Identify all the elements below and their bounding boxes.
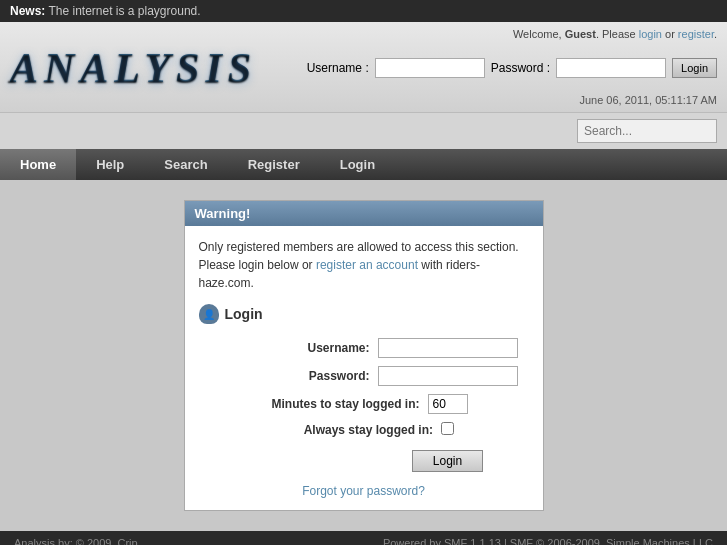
register-link[interactable]: register bbox=[678, 28, 714, 40]
login-section-header: 👤 Login bbox=[199, 304, 529, 324]
footer: Analysis by: © 2009, Crip Powered by SMF… bbox=[0, 531, 727, 545]
nav-item-search[interactable]: Search bbox=[144, 149, 227, 180]
password-row: Password: bbox=[199, 366, 529, 386]
news-text: The internet is a playground. bbox=[48, 4, 200, 18]
news-bar: News: The internet is a playground. bbox=[0, 0, 727, 22]
nav-item-help[interactable]: Help bbox=[76, 149, 144, 180]
always-logged-checkbox[interactable] bbox=[441, 422, 454, 435]
username-row: Username: bbox=[199, 338, 529, 358]
search-input[interactable] bbox=[577, 119, 717, 143]
always-logged-label: Always stay logged in: bbox=[273, 423, 433, 437]
user-icon: 👤 bbox=[199, 304, 219, 324]
minutes-input[interactable] bbox=[428, 394, 468, 414]
login-form-main: Username: Password: Minutes to stay logg… bbox=[199, 338, 529, 498]
password-input[interactable] bbox=[378, 366, 518, 386]
main-content: Warning! Only registered members are all… bbox=[0, 180, 727, 531]
password-input-wrap bbox=[378, 366, 518, 386]
site-logo: ANALYSIS bbox=[10, 44, 257, 92]
header-top: Welcome, Guest. Please login or register… bbox=[10, 28, 717, 40]
login-button-row: Login bbox=[199, 446, 529, 472]
header-username-label: Username : bbox=[307, 61, 369, 75]
forgot-password-link[interactable]: Forgot your password? bbox=[302, 484, 425, 498]
warning-header: Warning! bbox=[185, 201, 543, 226]
header-date: June 06, 2011, 05:11:17 AM bbox=[10, 94, 717, 106]
nav-item-login[interactable]: Login bbox=[320, 149, 395, 180]
nav-item-register[interactable]: Register bbox=[228, 149, 320, 180]
welcome-user: Guest bbox=[565, 28, 596, 40]
footer-left: Analysis by: © 2009, Crip bbox=[14, 537, 138, 545]
header-username-input[interactable] bbox=[375, 58, 485, 78]
nav-bar: Home Help Search Register Login bbox=[0, 149, 727, 180]
header-login-form: Username : Password : Login bbox=[307, 58, 717, 78]
welcome-text: Welcome, Guest. Please login or register… bbox=[513, 28, 717, 40]
register-account-link[interactable]: register an account bbox=[316, 258, 418, 272]
always-logged-row: Always stay logged in: bbox=[199, 422, 529, 438]
header-login-button[interactable]: Login bbox=[672, 58, 717, 78]
login-section-title: Login bbox=[225, 306, 263, 322]
warning-box: Warning! Only registered members are all… bbox=[184, 200, 544, 511]
minutes-label: Minutes to stay logged in: bbox=[260, 397, 420, 411]
login-link[interactable]: login bbox=[639, 28, 662, 40]
search-bar bbox=[0, 112, 727, 149]
minutes-row: Minutes to stay logged in: bbox=[199, 394, 529, 414]
header-password-label: Password : bbox=[491, 61, 550, 75]
main-login-button[interactable]: Login bbox=[412, 450, 483, 472]
username-input[interactable] bbox=[378, 338, 518, 358]
header: Welcome, Guest. Please login or register… bbox=[0, 22, 727, 112]
password-label: Password: bbox=[210, 369, 370, 383]
search-container bbox=[577, 119, 717, 143]
warning-body: Only registered members are allowed to a… bbox=[185, 226, 543, 510]
username-label: Username: bbox=[210, 341, 370, 355]
always-logged-input-wrap bbox=[441, 422, 454, 438]
header-password-input[interactable] bbox=[556, 58, 666, 78]
username-input-wrap bbox=[378, 338, 518, 358]
nav-item-home[interactable]: Home bbox=[0, 149, 76, 180]
minutes-input-wrap bbox=[428, 394, 468, 414]
footer-right: Powered by SMF 1.1.13 | SMF © 2006-2009,… bbox=[383, 537, 713, 545]
warning-text: Only registered members are allowed to a… bbox=[199, 238, 529, 292]
header-middle: ANALYSIS Username : Password : Login bbox=[10, 44, 717, 92]
logo-area: ANALYSIS bbox=[10, 44, 257, 92]
news-label: News: bbox=[10, 4, 45, 18]
